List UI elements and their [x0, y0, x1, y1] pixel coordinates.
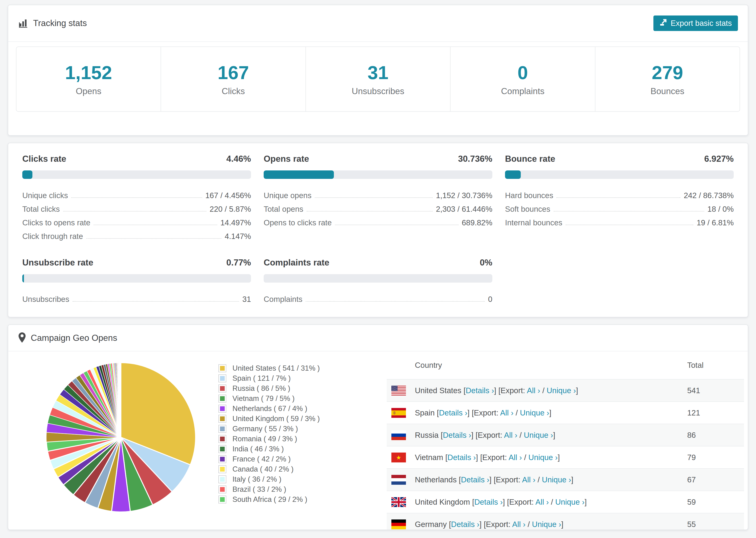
stat-row-internal-bounces: Internal bounces19 / 6.81%: [505, 214, 734, 227]
legend-label: United Kingdom ( 59 / 3% ): [233, 414, 320, 423]
total-cell: 67: [687, 475, 744, 484]
geo-header: Campaign Geo Opens: [8, 325, 748, 351]
stat-row-total-clicks: Total clicks220 / 5.87%: [22, 200, 251, 214]
summary-bounces: 279 Bounces: [595, 47, 739, 111]
legend-item-brazil: Brazil ( 33 / 2% ): [218, 484, 320, 494]
rate-value: 4.46%: [226, 154, 251, 164]
opens-label: Opens: [76, 86, 101, 96]
summary-clicks: 167 Clicks: [161, 47, 305, 111]
stat-value: 1,152 / 30.736%: [436, 191, 492, 200]
rate-block-complaints-rate: Complaints rate0%Complaints0: [264, 258, 492, 304]
stat-value: 31: [242, 295, 251, 304]
stat-label: Internal bounces: [505, 218, 562, 227]
geo-row-united-states: United States [Details ›] [Export: All ›…: [387, 379, 744, 402]
export-label: [Export:: [484, 520, 512, 529]
rates-card: Clicks rate4.46%Unique clicks167 / 4.456…: [8, 143, 748, 317]
dotted-leader: [315, 197, 433, 198]
export-unique-link[interactable]: Unique ›: [520, 408, 549, 417]
bracket: ]: [585, 498, 587, 506]
rate-title: Opens rate: [264, 154, 309, 164]
rate-progress-track: [22, 274, 251, 283]
legend-item-india: India ( 46 / 3% ): [218, 444, 320, 454]
separator: /: [540, 386, 547, 395]
bar-chart-icon: [18, 18, 28, 29]
bracket: [: [437, 408, 439, 417]
total-cell: 79: [687, 453, 744, 462]
tracking-stats-page: { "theme": { "accent": "#1489a1", "accen…: [0, 0, 756, 538]
dotted-leader: [554, 211, 704, 211]
export-unique-link[interactable]: Unique ›: [528, 453, 558, 462]
legend-item-vietnam: Vietnam ( 79 / 5% ): [218, 394, 320, 404]
bracket: [: [445, 453, 448, 462]
details-link[interactable]: Details ›: [451, 520, 479, 529]
stat-value: 689.82%: [462, 218, 492, 227]
legend-swatch: [218, 465, 226, 473]
stat-row-unique-clicks: Unique clicks167 / 4.456%: [22, 187, 251, 200]
export-unique-link[interactable]: Unique ›: [524, 431, 553, 439]
legend-item-spain: Spain ( 121 / 7% ): [218, 373, 320, 383]
dotted-leader: [335, 225, 459, 225]
export-unique-link[interactable]: Unique ›: [547, 386, 576, 395]
export-all-link[interactable]: All ›: [527, 386, 540, 395]
export-label: [Export:: [499, 386, 527, 395]
stat-label: Hard bounces: [505, 191, 553, 200]
clicks-count: 167: [218, 62, 249, 83]
legend-label: France ( 42 / 2% ): [233, 455, 291, 463]
clicks-label: Clicks: [222, 86, 245, 96]
export-all-link[interactable]: All ›: [536, 498, 549, 506]
unsubscribes-label: Unsubscribes: [352, 86, 404, 96]
legend-label: Spain ( 121 / 7% ): [233, 374, 291, 383]
bracket: [: [441, 431, 443, 439]
rate-block-bounce-rate: Bounce rate6.927%Hard bounces242 / 86.73…: [505, 154, 734, 241]
export-unique-link[interactable]: Unique ›: [555, 498, 585, 506]
details-link[interactable]: Details ›: [465, 386, 494, 395]
export-all-link[interactable]: All ›: [500, 408, 513, 417]
vietnam-flag-icon: [391, 453, 406, 462]
separator: /: [525, 520, 532, 529]
legend-item-france: France ( 42 / 2% ): [218, 454, 320, 464]
legend-item-canada: Canada ( 40 / 2% ): [218, 464, 320, 474]
export-label: [Export:: [476, 431, 504, 439]
export-all-link[interactable]: All ›: [509, 453, 522, 462]
rate-progress-fill: [505, 170, 521, 179]
geo-row-united-kingdom: United Kingdom [Details ›] [Export: All …: [387, 491, 744, 513]
export-unique-link[interactable]: Unique ›: [532, 520, 561, 529]
legend-item-netherlands: Netherlands ( 67 / 4% ): [218, 404, 320, 413]
country-name: Germany: [415, 520, 449, 529]
details-link[interactable]: Details ›: [461, 475, 489, 484]
geo-country-table: Country Total United States [Details ›] …: [387, 351, 744, 530]
bracket: ]: [479, 520, 484, 529]
legend-label: Brazil ( 33 / 2% ): [233, 485, 286, 494]
stat-value: 167 / 4.456%: [205, 191, 251, 200]
details-link[interactable]: Details ›: [439, 408, 467, 417]
export-basic-stats-button[interactable]: Export basic stats: [653, 16, 738, 31]
stat-row-complaints: Complaints0: [264, 290, 492, 304]
rates-grid: Clicks rate4.46%Unique clicks167 / 4.456…: [22, 154, 734, 304]
legend-swatch: [218, 405, 226, 413]
bracket: ]: [553, 431, 555, 439]
tracking-stats-card: Tracking stats Export basic stats 1,152 …: [8, 5, 748, 136]
export-unique-link[interactable]: Unique ›: [542, 475, 571, 484]
details-link[interactable]: Details ›: [474, 498, 503, 506]
export-all-link[interactable]: All ›: [522, 475, 536, 484]
stat-label: Unique clicks: [22, 191, 68, 200]
export-all-link[interactable]: All ›: [504, 431, 517, 439]
legend-item-germany: Germany ( 55 / 3% ): [218, 424, 320, 434]
united-kingdom-flag-icon: [391, 497, 406, 507]
country-cell: Russia [Details ›] [Export: All › / Uniq…: [406, 431, 687, 440]
bracket: ]: [494, 386, 498, 395]
stat-row-clicks-to-opens-rate: Clicks to opens rate14.497%: [22, 214, 251, 227]
legend-swatch: [218, 475, 226, 483]
country-column-header: Country: [387, 361, 687, 370]
legend-swatch: [218, 374, 226, 382]
export-all-link[interactable]: All ›: [512, 520, 525, 529]
legend-swatch: [218, 385, 226, 393]
bracket: ]: [476, 453, 480, 462]
legend-swatch: [218, 496, 226, 504]
dotted-leader: [86, 238, 221, 239]
details-link[interactable]: Details ›: [448, 453, 476, 462]
country-cell: Netherlands [Details ›] [Export: All › /…: [406, 475, 687, 484]
details-link[interactable]: Details ›: [443, 431, 471, 439]
legend-item-romania: Romania ( 49 / 3% ): [218, 434, 320, 444]
dotted-leader: [557, 197, 680, 198]
